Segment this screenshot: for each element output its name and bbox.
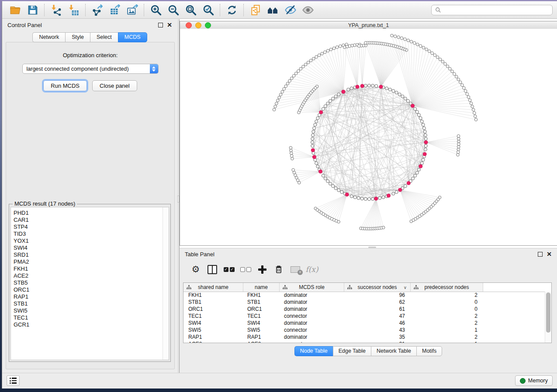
column-header-name[interactable]: name (243, 283, 280, 292)
search-input[interactable] (444, 7, 549, 14)
table-row[interactable]: STB1STB1dominator620 (183, 299, 545, 306)
mcds-result-item[interactable]: GCR1 (14, 321, 169, 328)
tab-select[interactable]: Select (90, 32, 118, 42)
table-splitter-grip[interactable] (368, 247, 376, 248)
function-builder-button[interactable]: f(x) (304, 262, 320, 277)
unselect-all-icon (240, 267, 251, 272)
table-row[interactable]: ORC1ORC1dominator610 (183, 306, 545, 313)
float-table-panel-icon[interactable] (538, 252, 543, 257)
mcds-result-item[interactable]: TEC1 (14, 314, 169, 321)
mcds-result-item[interactable]: PMA2 (14, 258, 169, 265)
mcds-result-item[interactable]: SWI4 (14, 244, 169, 251)
table-cell: SWI5 (183, 327, 243, 333)
close-panel-button[interactable]: Close panel (92, 80, 137, 91)
mcds-result-item[interactable]: STB1 (14, 300, 169, 307)
tab-edge-table[interactable]: Edge Table (333, 346, 371, 356)
mcds-result-item[interactable]: PHD1 (14, 210, 169, 217)
network-canvas[interactable] (180, 29, 557, 245)
export-table-button[interactable] (106, 3, 124, 17)
mcds-result-list[interactable]: PHD1CAR1STP4TID3YOX1SWI4SRD1PMA2FKH1ACE2… (10, 207, 169, 360)
table-scrollbar-thumb[interactable] (546, 292, 550, 333)
splitter-grip[interactable] (177, 196, 179, 203)
tab-network[interactable]: Network (32, 32, 65, 42)
split-columns-button[interactable] (204, 262, 221, 277)
select-all-button[interactable]: ✓✓ (221, 262, 237, 277)
mcds-result-item[interactable]: ORC1 (14, 286, 169, 293)
table-row[interactable]: SWI4SWI4dominator462 (183, 320, 545, 327)
hierarchy-icon (347, 285, 352, 289)
table-cell: STB1 (183, 299, 243, 305)
tab-motifs[interactable]: Motifs (416, 346, 442, 356)
run-mcds-button[interactable]: Run MCDS (43, 80, 87, 91)
export-image-button[interactable] (124, 3, 141, 17)
first-neighbors-button[interactable] (264, 3, 282, 17)
refresh-button[interactable] (223, 3, 241, 17)
zoom-selected-icon (202, 4, 214, 16)
mcds-result-item[interactable]: STP4 (14, 224, 169, 230)
table-panel-header: Table Panel ✕ (180, 248, 557, 260)
mcds-result-item[interactable]: RAP1 (14, 293, 169, 300)
mcds-result-item[interactable]: CAR1 (14, 217, 169, 224)
tab-style[interactable]: Style (65, 32, 90, 42)
table-cell: connector (280, 327, 344, 333)
show-all-button[interactable] (299, 3, 317, 17)
table-row[interactable]: RAP1RAP1dominator352 (183, 334, 545, 340)
tab-network-table[interactable]: Network Table (371, 346, 416, 356)
table-row[interactable]: TEC1TEC1connector472 (183, 313, 545, 320)
column-label: MCDS role (299, 284, 325, 290)
mcds-result-item[interactable]: STB5 (14, 279, 169, 286)
table-cell: TEC1 (243, 313, 280, 319)
zoom-fit-button[interactable] (182, 3, 200, 17)
table-row[interactable]: SWI5SWI5connector431 (183, 327, 545, 334)
copy-network-button[interactable] (247, 3, 264, 17)
column-header-shared-name[interactable]: shared name (183, 283, 243, 292)
criterion-dropdown[interactable]: largest connected component (undirected) (22, 64, 159, 74)
table-body[interactable]: FKH1FKH1dominator962STB1STB1dominator620… (183, 292, 545, 343)
tab-node-table[interactable]: Node Table (294, 346, 333, 356)
panel-menu-button[interactable] (7, 375, 20, 386)
table-cell: connector (280, 313, 344, 319)
float-panel-icon[interactable] (158, 23, 163, 28)
select-all-icon: ✓✓ (224, 267, 235, 272)
table-row[interactable]: FKH1FKH1dominator962 (183, 292, 545, 299)
tab-mcds[interactable]: MCDS (118, 32, 147, 42)
zoom-in-button[interactable] (147, 3, 165, 17)
memory-button[interactable]: Memory (515, 375, 553, 386)
open-button[interactable] (7, 3, 24, 17)
table-scrollbar[interactable] (545, 292, 551, 343)
column-header-predecessor-nodes[interactable]: predecessor nodes (411, 283, 483, 292)
plus-icon (258, 265, 266, 274)
export-table-icon (109, 4, 121, 16)
zoom-selected-button[interactable] (200, 3, 217, 17)
column-header-mcds-role[interactable]: MCDS role (280, 283, 344, 292)
table-header-row: shared name name MCDS role successor nod… (183, 283, 551, 292)
table-cell: 2 (411, 313, 483, 319)
mcds-result-item[interactable]: YOX1 (14, 237, 169, 244)
table-settings-button[interactable]: ⚙ (187, 262, 204, 277)
save-button[interactable] (24, 3, 42, 17)
zoom-out-button[interactable] (165, 3, 182, 17)
unselect-all-button[interactable] (237, 262, 254, 277)
table-cell: RAP1 (183, 334, 243, 340)
add-column-button[interactable] (254, 262, 270, 277)
table-row[interactable]: ACE2ACE2connector311 (183, 340, 545, 343)
export-image-icon (127, 4, 138, 16)
close-panel-icon[interactable]: ✕ (167, 23, 172, 27)
delete-button[interactable] (270, 262, 287, 277)
mcds-result-item[interactable]: SWI5 (14, 307, 169, 314)
export-network-button[interactable] (89, 3, 106, 17)
zoom-fit-icon (185, 4, 197, 16)
search-field[interactable] (431, 5, 553, 15)
close-table-panel-icon[interactable]: ✕ (547, 252, 552, 256)
import-table-button[interactable] (65, 3, 83, 17)
mcds-result-item[interactable]: FKH1 (14, 265, 169, 272)
delete-table-button[interactable] (287, 262, 304, 277)
hide-selected-button[interactable] (282, 3, 299, 17)
mcds-result-item[interactable]: TID3 (14, 230, 169, 237)
import-network-button[interactable] (48, 3, 65, 17)
column-header-successor-nodes[interactable]: successor nodes ∨ (344, 283, 411, 292)
mcds-result-scrollbar[interactable] (163, 207, 169, 360)
mcds-result-item[interactable]: SRD1 (14, 251, 169, 258)
network-window-titlebar[interactable]: YPA_prune.txt_1 (180, 21, 557, 29)
mcds-result-item[interactable]: ACE2 (14, 272, 169, 279)
